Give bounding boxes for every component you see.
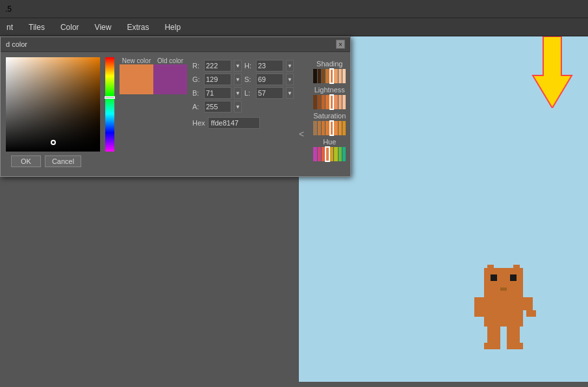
menu-bar: nt Tiles Color View Extras Help [0,18,588,36]
dialog-title: d color [6,40,27,48]
main-area: d color × [0,36,588,382]
g-label: G: [192,75,201,83]
swatch-shading-1[interactable] [318,69,321,83]
svg-rect-9 [523,297,533,310]
new-color-label: New color [120,57,153,64]
s-label: S: [244,75,253,83]
swatch-hue-5[interactable] [334,147,337,161]
swatch-sat-0[interactable] [313,121,316,135]
swatch-sat-7[interactable] [342,121,346,135]
ok-button[interactable]: OK [11,155,41,167]
color-preview-new[interactable] [120,64,153,94]
s-input[interactable] [256,73,283,85]
swatch-lightness-2[interactable] [322,95,325,109]
a-label: A: [192,103,201,111]
yellow-arrow-svg [526,36,578,108]
hue-swatches [313,147,346,161]
hue-slider[interactable] [105,57,114,152]
color-preview-old[interactable] [153,64,187,94]
gradient-dark-overlay [6,57,100,152]
g-input[interactable] [204,73,231,85]
swatch-shading-6[interactable] [339,69,342,83]
b-arrow[interactable]: ▼ [234,87,242,99]
menu-item-extras[interactable]: Extras [124,21,151,33]
menu-item-color[interactable]: Color [58,21,82,33]
preview-labels: New color Old color [120,57,187,64]
swatch-sat-6[interactable] [339,121,342,135]
a-input[interactable] [204,101,231,113]
swatch-shading-3[interactable] [326,69,329,83]
hue-section: Hue [313,138,346,161]
r-input[interactable] [204,60,231,72]
l-input[interactable] [256,87,283,99]
s-arrow[interactable]: ▼ [286,73,294,85]
r-arrow[interactable]: ▼ [234,60,242,72]
hex-label: Hex [192,119,205,127]
h-arrow[interactable]: ▼ [286,60,294,72]
swatch-lightness-4[interactable] [330,95,333,109]
left-panel: d color × [0,36,299,382]
menu-item-nt[interactable]: nt [4,21,16,33]
swatch-sat-5[interactable] [334,121,337,135]
g-arrow[interactable]: ▼ [234,73,242,85]
swatch-lightness-6[interactable] [339,95,342,109]
shading-swatches [313,69,346,83]
shading-label: Shading [313,60,346,68]
swatch-sat-4[interactable] [330,121,333,135]
swatch-hue-3[interactable] [326,147,329,161]
swatch-sat-1[interactable] [318,121,321,135]
swatch-lightness-1[interactable] [318,95,321,109]
swatch-hue-2[interactable] [322,147,325,161]
dialog-top-row: New color Old color R: [6,57,294,152]
svg-rect-8 [474,297,484,317]
window-title: .5 [5,5,12,14]
swatch-shading-5[interactable] [334,69,337,83]
swatch-lightness-7[interactable] [342,95,346,109]
hue-label: Hue [313,138,346,146]
swatch-shading-2[interactable] [322,69,325,83]
a-arrow[interactable]: ▼ [234,101,242,113]
b-input[interactable] [204,87,231,99]
swatches-panel: Shading L [309,57,350,171]
swatch-hue-1[interactable] [318,147,321,161]
hex-input[interactable] [208,117,260,129]
swatch-lightness-0[interactable] [313,95,316,109]
divider-arrow: < [299,96,304,171]
swatch-lightness-5[interactable] [334,95,337,109]
svg-rect-4 [491,274,497,281]
old-color-label: Old color [153,57,187,64]
dialog-body: New color Old color R: [1,52,350,176]
swatch-hue-4[interactable] [330,147,333,161]
color-crosshair [51,140,56,145]
close-button[interactable]: × [336,40,345,49]
color-dialog: d color × [0,36,351,177]
svg-rect-6 [500,287,507,291]
swatch-hue-0[interactable] [313,147,316,161]
l-arrow[interactable]: ▼ [286,87,294,99]
shading-section: Shading [313,60,346,83]
swatch-sat-2[interactable] [322,121,325,135]
r-label: R: [192,62,201,70]
swatch-sat-3[interactable] [326,121,329,135]
saturation-label: Saturation [313,112,346,120]
cancel-button[interactable]: Cancel [45,155,81,167]
swatch-shading-7[interactable] [342,69,346,83]
dialog-buttons: OK Cancel [6,152,294,171]
menu-item-view[interactable]: View [92,21,114,33]
swatch-shading-4[interactable] [330,69,333,83]
saturation-swatches [313,121,346,135]
lightness-section: Lightness [313,86,346,109]
dialog-left: New color Old color R: [6,57,294,171]
menu-item-tiles[interactable]: Tiles [26,21,47,33]
saturation-section: Saturation [313,112,346,135]
swatch-hue-6[interactable] [339,147,342,161]
color-gradient[interactable] [6,57,100,152]
field-row-r: R: ▼ H: ▼ [192,60,294,72]
menu-item-help[interactable]: Help [162,21,183,33]
h-input[interactable] [256,60,283,72]
swatch-hue-7[interactable] [342,147,346,161]
swatch-lightness-3[interactable] [326,95,329,109]
color-fields: R: ▼ H: ▼ G: ▼ S: [192,60,294,129]
swatch-shading-0[interactable] [313,69,316,83]
pixel-cat [471,265,536,362]
